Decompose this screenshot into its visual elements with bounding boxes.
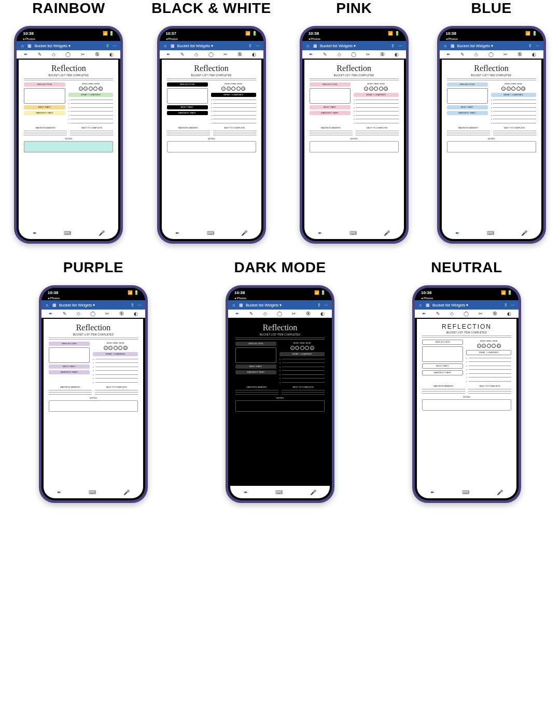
header-icon[interactable]: ▦ [450, 44, 455, 48]
tool-icon[interactable]: ⦿ [237, 52, 242, 57]
pen-icon[interactable]: ✒ [455, 230, 459, 236]
doc-title[interactable]: Bucket list Widgets ▾ [320, 44, 388, 48]
pen-icon[interactable]: ✒ [33, 230, 37, 236]
header-icon[interactable]: ⇧ [130, 303, 135, 307]
header-icon[interactable]: ⋯ [324, 303, 329, 307]
header-icon[interactable]: ▦ [425, 303, 430, 307]
tool-icon[interactable]: ✒ [166, 52, 171, 57]
header-icon[interactable]: ▦ [313, 44, 318, 48]
header-icon[interactable]: ⋯ [535, 44, 540, 48]
header-icon[interactable]: ⌂ [231, 303, 236, 307]
kbd-icon[interactable]: ⌨ [462, 489, 469, 495]
tool-icon[interactable]: ✒ [235, 311, 240, 316]
header-icon[interactable]: ▦ [170, 44, 175, 48]
header-icon[interactable]: ▦ [27, 44, 32, 48]
doc-title[interactable]: Bucket list Widgets ▾ [246, 303, 314, 307]
header-icon[interactable]: ⇧ [390, 44, 396, 48]
header-icon[interactable]: ⇧ [528, 44, 533, 48]
kbd-icon[interactable]: ⌨ [207, 230, 214, 236]
doc-title[interactable]: Bucket list Widgets ▾ [34, 44, 103, 48]
header-icon[interactable]: ⋯ [137, 303, 142, 307]
kbd-icon[interactable]: ⌨ [275, 489, 283, 495]
tool-icon[interactable]: ◇ [77, 311, 80, 316]
tool-icon[interactable]: ✎ [38, 52, 42, 57]
header-icon[interactable]: ⇧ [105, 44, 110, 48]
mic-icon[interactable]: 🎤 [99, 230, 105, 236]
header-icon[interactable]: ⌂ [305, 44, 311, 48]
header-icon[interactable]: ⇧ [503, 303, 508, 307]
tool-icon[interactable]: ◇ [338, 52, 341, 57]
header-icon[interactable]: ▦ [52, 303, 57, 307]
tool-icon[interactable]: ✂ [292, 311, 296, 316]
tool-icon[interactable]: ◯ [90, 311, 95, 316]
tool-icon[interactable]: ✒ [24, 52, 28, 57]
tool-icon[interactable]: ⦿ [380, 52, 385, 57]
tool-icon[interactable]: ◐ [252, 52, 256, 57]
kbd-icon[interactable]: ⌨ [349, 230, 357, 236]
tool-icon[interactable]: ✂ [479, 311, 483, 316]
mic-icon[interactable]: 🎤 [123, 489, 130, 495]
tool-icon[interactable]: ⦿ [493, 311, 497, 316]
tool-icon[interactable]: ✒ [446, 52, 451, 57]
header-icon[interactable]: ⇧ [248, 44, 253, 48]
header-icon[interactable]: ⋯ [255, 44, 260, 48]
header-icon[interactable]: ⌂ [443, 44, 448, 48]
tool-icon[interactable]: ⦿ [306, 311, 311, 316]
tool-icon[interactable]: ⦿ [119, 311, 124, 316]
pen-icon[interactable]: ✒ [175, 230, 179, 236]
doc-title[interactable]: Bucket list Widgets ▾ [59, 303, 128, 307]
tool-icon[interactable]: ◐ [109, 52, 114, 57]
tool-icon[interactable]: ⦿ [95, 52, 100, 57]
tool-icon[interactable]: ◯ [208, 52, 214, 57]
pen-icon[interactable]: ✒ [430, 489, 435, 495]
tool-icon[interactable]: ✎ [323, 52, 327, 57]
tool-icon[interactable]: ✎ [63, 311, 67, 316]
tool-icon[interactable]: ✂ [81, 52, 85, 57]
tool-icon[interactable]: ◐ [395, 52, 399, 57]
header-icon[interactable]: ⇧ [316, 303, 321, 307]
mic-icon[interactable]: 🎤 [497, 489, 503, 495]
tool-icon[interactable]: ◇ [474, 52, 478, 57]
header-icon[interactable]: ▦ [239, 303, 244, 307]
tool-icon[interactable]: ✒ [49, 311, 53, 316]
doc-title[interactable]: Bucket list Widgets ▾ [432, 303, 501, 307]
pen-icon[interactable]: ✒ [57, 489, 61, 495]
header-icon[interactable]: ⌂ [45, 303, 50, 307]
tool-icon[interactable]: ◯ [65, 52, 71, 57]
header-icon[interactable]: ⋯ [112, 44, 117, 48]
mic-icon[interactable]: 🎤 [310, 489, 316, 495]
tool-icon[interactable]: ✂ [366, 52, 370, 57]
tool-icon[interactable]: ◐ [532, 52, 536, 57]
mic-icon[interactable]: 🎤 [384, 230, 390, 236]
doc-title[interactable]: Bucket list Widgets ▾ [177, 44, 246, 48]
mic-icon[interactable]: 🎤 [241, 230, 247, 236]
tool-icon[interactable]: ✎ [460, 52, 465, 57]
tool-icon[interactable]: ⦿ [517, 52, 522, 57]
tool-icon[interactable]: ✎ [436, 311, 440, 316]
pen-icon[interactable]: ✒ [244, 489, 248, 495]
kbd-icon[interactable]: ⌨ [64, 230, 71, 236]
tool-icon[interactable]: ◇ [263, 311, 267, 316]
mic-icon[interactable]: 🎤 [521, 230, 527, 236]
tool-icon[interactable]: ✎ [180, 52, 185, 57]
tool-icon[interactable]: ◯ [277, 311, 282, 316]
header-icon[interactable]: ⌂ [20, 44, 25, 48]
header-icon[interactable]: ⋯ [510, 303, 515, 307]
pen-icon[interactable]: ✒ [318, 230, 322, 236]
tool-icon[interactable]: ◯ [351, 52, 356, 57]
header-icon[interactable]: ⌂ [418, 303, 423, 307]
tool-icon[interactable]: ◐ [507, 311, 511, 316]
tool-icon[interactable]: ◯ [488, 52, 494, 57]
tool-icon[interactable]: ◇ [450, 311, 454, 316]
doc-title[interactable]: Bucket list Widgets ▾ [457, 44, 526, 48]
header-icon[interactable]: ⌂ [163, 44, 168, 48]
tool-icon[interactable]: ✂ [503, 52, 508, 57]
tool-icon[interactable]: ◐ [320, 311, 325, 316]
kbd-icon[interactable]: ⌨ [487, 230, 494, 236]
tool-icon[interactable]: ◇ [194, 52, 198, 57]
tool-icon[interactable]: ✂ [105, 311, 109, 316]
tool-icon[interactable]: ✒ [422, 311, 426, 316]
kbd-icon[interactable]: ⌨ [89, 489, 96, 495]
header-icon[interactable]: ⋯ [398, 44, 403, 48]
tool-icon[interactable]: ◇ [52, 52, 55, 57]
